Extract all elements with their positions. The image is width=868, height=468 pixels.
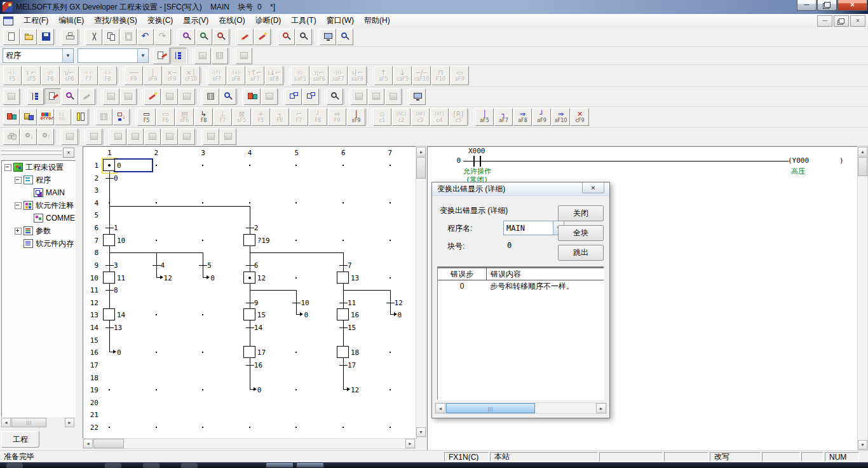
step-attribute-button[interactable] <box>55 109 71 125</box>
sfc-step[interactable] <box>337 346 349 358</box>
macro-sort-button[interactable] <box>236 48 252 64</box>
menu-item-2[interactable]: 查找/替换(S) <box>89 15 142 26</box>
mdi-child-icon[interactable] <box>3 17 13 25</box>
scroll-left-button[interactable]: ◄ <box>1 418 11 427</box>
sfc-transition[interactable] <box>246 265 254 266</box>
ladder-symbol-button[interactable] <box>161 88 178 105</box>
parameter-edit-button[interactable] <box>153 48 170 64</box>
save-project-button[interactable] <box>37 29 54 45</box>
sidebar-item-parameter-folder[interactable]: 参数 <box>2 224 75 237</box>
sidebar-item-device-memory[interactable]: 软元件内存 <box>2 237 75 250</box>
sfc-transition[interactable] <box>105 290 114 291</box>
sfc-attribute-sc-button[interactable]: [SC]c2 <box>392 108 410 126</box>
scroll-left-button[interactable]: ◄ <box>435 403 445 413</box>
sfc-simultaneous-convergence-button[interactable]: ⇒F9 <box>328 108 346 126</box>
taskbar-icon[interactable] <box>143 463 159 468</box>
contact-device[interactable]: X000 <box>468 148 485 155</box>
cut-button[interactable] <box>86 29 102 45</box>
sfc-step-symbol-button[interactable]: ▭F5 <box>137 108 156 126</box>
find-next-button[interactable] <box>20 128 37 145</box>
sidebar-item-device-comment-file[interactable]: COMMENT <box>2 212 75 224</box>
new-project-button[interactable] <box>3 29 20 45</box>
conversion-error-check-button[interactable] <box>37 109 54 125</box>
scroll-up-button[interactable]: ▲ <box>858 147 867 156</box>
scroll-down-button[interactable]: ▼ <box>416 427 426 437</box>
rising-pulse-branch-button[interactable]: ℩↑⌐aF7 <box>246 66 264 85</box>
find-instruction-button[interactable] <box>196 29 212 45</box>
chevron-down-icon[interactable]: ▼ <box>62 49 73 62</box>
tree-expander[interactable] <box>4 164 11 171</box>
program-display-button[interactable] <box>27 88 44 105</box>
tree-expander[interactable] <box>15 228 22 235</box>
project-tree-toggle-button[interactable] <box>170 48 187 64</box>
device-use-list-button[interactable] <box>295 29 312 45</box>
display-monitor-button[interactable] <box>409 88 426 105</box>
download-button[interactable] <box>261 88 278 105</box>
sfc-transition[interactable] <box>246 303 254 303</box>
sfc-attribute-se-button[interactable]: [SE]c3 <box>411 108 430 126</box>
tree-expander[interactable] <box>15 202 22 209</box>
close-branch-button[interactable]: ℩/⌐sF6 <box>60 66 79 85</box>
menu-item-9[interactable]: 帮助(H) <box>359 15 395 26</box>
open-branch-button[interactable]: ℩ ⌐sF5 <box>22 66 41 85</box>
device-comment-button[interactable] <box>179 88 195 105</box>
find-yellow-button[interactable] <box>327 88 343 105</box>
program-name-combo[interactable]: MAIN ▼ <box>503 221 564 235</box>
menu-item-5[interactable]: 在线(O) <box>214 15 250 26</box>
sfc-dummy-trans-button[interactable]: ⊠sF5 <box>233 108 251 126</box>
scroll-right-button[interactable]: ► <box>596 403 606 413</box>
restore-button[interactable] <box>817 0 837 11</box>
contact-coil-list-button[interactable] <box>351 88 367 105</box>
sfc-step[interactable] <box>243 234 255 246</box>
print-button[interactable] <box>62 29 78 45</box>
taskbar-app-button[interactable] <box>296 462 324 468</box>
block-conversion-run-button[interactable] <box>20 109 37 125</box>
replace-instruction-button[interactable] <box>254 29 271 45</box>
print-preview-button[interactable] <box>203 128 219 145</box>
sfc-transition[interactable] <box>292 303 301 303</box>
scrollbar-thumb[interactable]: ||| <box>11 418 46 427</box>
sfc-selection-convergence-button[interactable]: ┘F8 <box>309 108 327 126</box>
edit-line-button[interactable]: ▭aF9 <box>451 66 469 85</box>
menu-item-1[interactable]: 编辑(E) <box>53 15 89 26</box>
window-grid-button[interactable] <box>203 88 219 105</box>
sfc-vertical-scrollbar[interactable]: ▲ ▼ <box>416 146 426 437</box>
sfc-transition[interactable] <box>246 228 254 228</box>
sfc-horizontal-scrollbar[interactable]: ◄ ► <box>83 438 416 449</box>
sfc-transition[interactable] <box>246 327 254 328</box>
sfc-transition[interactable] <box>105 327 114 328</box>
used-step-count-button[interactable] <box>385 88 402 105</box>
menu-item-0[interactable]: 工程(F) <box>18 15 53 26</box>
invert-close-button[interactable]: ℩¦⌐saF6 <box>310 66 329 85</box>
block-list-button[interactable] <box>72 109 88 125</box>
mdi-minimize-button[interactable]: ─ <box>817 15 832 27</box>
sfc-transition-button[interactable]: +F5 <box>252 108 270 126</box>
sfc-transition[interactable] <box>105 178 114 179</box>
rising-pulse-button[interactable]: -|↑|-sF7 <box>208 66 226 85</box>
find-previous-button[interactable] <box>37 128 54 145</box>
sfc-vertical-line-button[interactable]: │sF9 <box>347 108 365 126</box>
sfc-transition[interactable] <box>105 228 114 228</box>
cross-reference-list-button[interactable] <box>278 29 295 45</box>
find-button[interactable] <box>3 128 20 145</box>
sfc-delete-line-button[interactable]: ✕cF9 <box>571 108 589 126</box>
delete-hline-button[interactable]: ×─cF9 <box>163 66 181 85</box>
data-name-combo[interactable]: ▼ <box>78 48 149 63</box>
sfc-transition[interactable] <box>339 365 348 366</box>
invert-falling-button[interactable]: ℩∤⌐saF8 <box>348 66 367 85</box>
close-dialog-button[interactable]: 关闭 <box>558 205 604 221</box>
device-use-count-button[interactable] <box>368 88 384 105</box>
dialog-close-button[interactable]: × <box>582 182 604 193</box>
zoom-partial-button[interactable] <box>3 88 20 105</box>
taskbar-icon[interactable] <box>181 463 198 468</box>
device-find-2-button[interactable] <box>127 128 144 145</box>
sfc-attribute-st-button[interactable]: [ST]c4 <box>430 108 449 126</box>
scrollbar-thumb[interactable] <box>416 157 426 179</box>
sfc-transition[interactable] <box>339 265 348 266</box>
chevron-down-icon[interactable]: ▼ <box>137 49 148 62</box>
tree-expander[interactable] <box>15 177 22 184</box>
sfc-step[interactable] <box>103 159 115 171</box>
menu-item-6[interactable]: 诊断(D) <box>250 15 287 26</box>
online-write-button[interactable] <box>120 88 137 105</box>
sfc-step[interactable] <box>243 346 255 358</box>
